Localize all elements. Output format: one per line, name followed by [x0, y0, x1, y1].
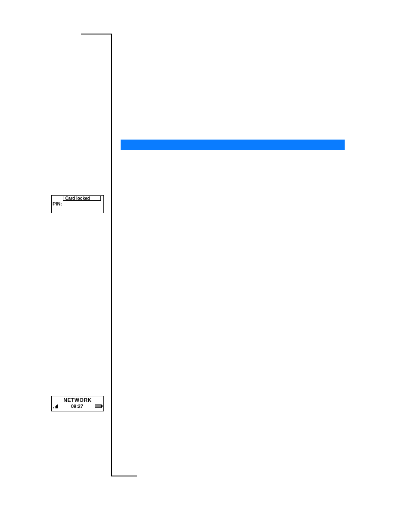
titlebar-frame — [63, 196, 101, 201]
bracket-bottom-cap — [112, 476, 137, 476]
document-page: Card locked PIN: NETWORK 09:27 — [0, 0, 411, 532]
status-row: 09:27 — [52, 403, 103, 410]
bracket-top-cap — [81, 34, 111, 34]
network-name: NETWORK — [52, 396, 103, 403]
device-screen-network: NETWORK 09:27 — [51, 396, 104, 411]
highlight-bar — [121, 140, 345, 150]
signal-icon — [53, 404, 59, 408]
pin-field-label: PIN: — [52, 201, 103, 206]
bracket-vertical-line — [111, 34, 112, 476]
device-screen-card-locked: Card locked PIN: — [51, 195, 104, 213]
battery-icon — [95, 404, 102, 408]
clock-time: 09:27 — [71, 404, 83, 409]
